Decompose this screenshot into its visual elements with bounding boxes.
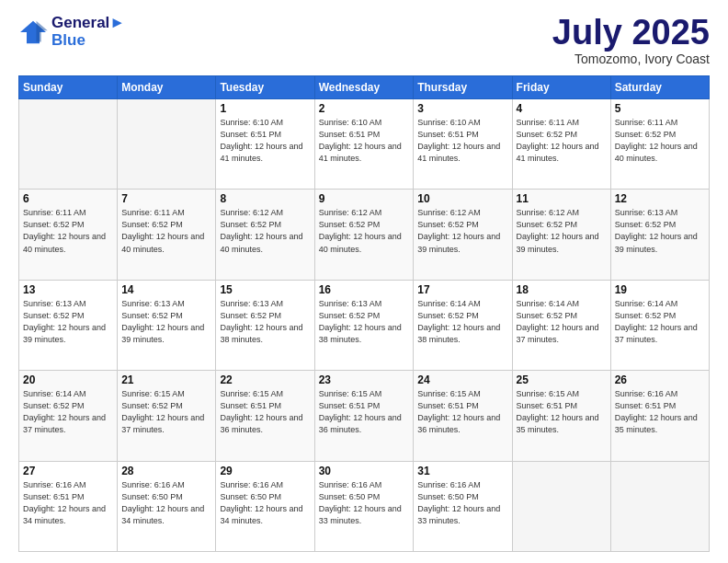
day-number: 2: [319, 102, 410, 115]
calendar-cell: 30Sunrise: 6:16 AM Sunset: 6:50 PM Dayli…: [314, 461, 414, 551]
day-number: 24: [417, 373, 507, 386]
day-number: 31: [417, 465, 507, 477]
day-number: 30: [319, 465, 410, 477]
day-info: Sunrise: 6:15 AM Sunset: 6:51 PM Dayligh…: [417, 388, 507, 436]
svg-marker-1: [20, 20, 46, 43]
calendar-cell: [19, 99, 118, 190]
calendar-cell: [512, 461, 610, 551]
day-number: 21: [121, 373, 211, 386]
calendar-cell: 16Sunrise: 6:13 AM Sunset: 6:52 PM Dayli…: [314, 280, 414, 370]
calendar-cell: 12Sunrise: 6:13 AM Sunset: 6:52 PM Dayli…: [610, 190, 709, 280]
calendar-cell: 15Sunrise: 6:13 AM Sunset: 6:52 PM Dayli…: [216, 280, 314, 370]
day-number: 28: [121, 465, 211, 477]
day-number: 17: [417, 283, 507, 296]
day-number: 7: [121, 192, 211, 205]
day-info: Sunrise: 6:12 AM Sunset: 6:52 PM Dayligh…: [220, 207, 310, 255]
month-title: July 2025: [552, 15, 710, 50]
calendar-cell: 24Sunrise: 6:15 AM Sunset: 6:51 PM Dayli…: [414, 371, 512, 461]
day-info: Sunrise: 6:13 AM Sunset: 6:52 PM Dayligh…: [319, 298, 410, 346]
day-number: 18: [517, 283, 607, 296]
calendar-cell: 11Sunrise: 6:12 AM Sunset: 6:52 PM Dayli…: [512, 190, 610, 280]
calendar-cell: 4Sunrise: 6:11 AM Sunset: 6:52 PM Daylig…: [512, 99, 610, 190]
calendar-cell: 31Sunrise: 6:16 AM Sunset: 6:50 PM Dayli…: [414, 461, 512, 551]
day-number: 11: [517, 192, 607, 205]
day-info: Sunrise: 6:15 AM Sunset: 6:51 PM Dayligh…: [517, 388, 607, 436]
calendar-cell: 3Sunrise: 6:10 AM Sunset: 6:51 PM Daylig…: [414, 99, 512, 190]
calendar-cell: 10Sunrise: 6:12 AM Sunset: 6:52 PM Dayli…: [414, 190, 512, 280]
day-number: 19: [615, 283, 705, 296]
calendar-cell: 17Sunrise: 6:14 AM Sunset: 6:52 PM Dayli…: [414, 280, 512, 370]
day-info: Sunrise: 6:15 AM Sunset: 6:52 PM Dayligh…: [121, 388, 211, 436]
day-number: 8: [220, 192, 310, 205]
calendar-cell: 5Sunrise: 6:11 AM Sunset: 6:52 PM Daylig…: [610, 99, 709, 190]
title-block: July 2025 Tomozomo, Ivory Coast: [552, 15, 710, 66]
calendar-cell: 6Sunrise: 6:11 AM Sunset: 6:52 PM Daylig…: [19, 190, 118, 280]
day-info: Sunrise: 6:14 AM Sunset: 6:52 PM Dayligh…: [23, 388, 113, 436]
day-number: 25: [517, 373, 607, 386]
calendar-cell: 18Sunrise: 6:14 AM Sunset: 6:52 PM Dayli…: [512, 280, 610, 370]
calendar-cell: 25Sunrise: 6:15 AM Sunset: 6:51 PM Dayli…: [512, 371, 610, 461]
calendar-cell: 19Sunrise: 6:14 AM Sunset: 6:52 PM Dayli…: [610, 280, 709, 370]
calendar-table: SundayMondayTuesdayWednesdayThursdayFrid…: [18, 75, 710, 552]
day-info: Sunrise: 6:14 AM Sunset: 6:52 PM Dayligh…: [417, 298, 507, 346]
day-info: Sunrise: 6:16 AM Sunset: 6:50 PM Dayligh…: [417, 479, 507, 527]
calendar-cell: [118, 99, 216, 190]
day-info: Sunrise: 6:16 AM Sunset: 6:51 PM Dayligh…: [23, 479, 113, 527]
calendar-cell: [610, 461, 709, 551]
col-header-friday: Friday: [512, 76, 610, 99]
day-number: 3: [417, 102, 507, 115]
day-number: 4: [517, 102, 607, 115]
calendar-cell: 29Sunrise: 6:16 AM Sunset: 6:50 PM Dayli…: [216, 461, 314, 551]
day-info: Sunrise: 6:12 AM Sunset: 6:52 PM Dayligh…: [417, 207, 507, 255]
day-number: 29: [220, 465, 310, 477]
calendar-cell: 21Sunrise: 6:15 AM Sunset: 6:52 PM Dayli…: [118, 371, 216, 461]
day-info: Sunrise: 6:14 AM Sunset: 6:52 PM Dayligh…: [615, 298, 705, 346]
logo-text: General► Blue: [51, 15, 125, 49]
calendar-cell: 13Sunrise: 6:13 AM Sunset: 6:52 PM Dayli…: [19, 280, 118, 370]
day-number: 15: [220, 283, 310, 296]
day-info: Sunrise: 6:16 AM Sunset: 6:51 PM Dayligh…: [615, 388, 705, 436]
day-number: 5: [615, 102, 705, 115]
calendar-cell: 9Sunrise: 6:12 AM Sunset: 6:52 PM Daylig…: [314, 190, 414, 280]
day-info: Sunrise: 6:12 AM Sunset: 6:52 PM Dayligh…: [517, 207, 607, 255]
calendar-cell: 27Sunrise: 6:16 AM Sunset: 6:51 PM Dayli…: [19, 461, 118, 551]
day-number: 20: [23, 373, 113, 386]
day-info: Sunrise: 6:12 AM Sunset: 6:52 PM Dayligh…: [319, 207, 410, 255]
day-info: Sunrise: 6:11 AM Sunset: 6:52 PM Dayligh…: [121, 207, 211, 255]
calendar-cell: 8Sunrise: 6:12 AM Sunset: 6:52 PM Daylig…: [216, 190, 314, 280]
day-info: Sunrise: 6:13 AM Sunset: 6:52 PM Dayligh…: [220, 298, 310, 346]
col-header-thursday: Thursday: [414, 76, 512, 99]
calendar-week-1: 1Sunrise: 6:10 AM Sunset: 6:51 PM Daylig…: [19, 99, 710, 190]
day-info: Sunrise: 6:11 AM Sunset: 6:52 PM Dayligh…: [517, 117, 607, 165]
day-info: Sunrise: 6:11 AM Sunset: 6:52 PM Dayligh…: [615, 117, 705, 165]
calendar-cell: 7Sunrise: 6:11 AM Sunset: 6:52 PM Daylig…: [118, 190, 216, 280]
calendar-week-5: 27Sunrise: 6:16 AM Sunset: 6:51 PM Dayli…: [19, 461, 710, 551]
col-header-saturday: Saturday: [610, 76, 709, 99]
day-info: Sunrise: 6:10 AM Sunset: 6:51 PM Dayligh…: [417, 117, 507, 165]
day-info: Sunrise: 6:15 AM Sunset: 6:51 PM Dayligh…: [319, 388, 410, 436]
day-number: 1: [220, 102, 310, 115]
calendar-cell: 26Sunrise: 6:16 AM Sunset: 6:51 PM Dayli…: [610, 371, 709, 461]
calendar-header-row: SundayMondayTuesdayWednesdayThursdayFrid…: [19, 76, 710, 99]
col-header-wednesday: Wednesday: [314, 76, 414, 99]
calendar-cell: 20Sunrise: 6:14 AM Sunset: 6:52 PM Dayli…: [19, 371, 118, 461]
page: General► Blue July 2025 Tomozomo, Ivory …: [0, 0, 728, 563]
calendar-cell: 2Sunrise: 6:10 AM Sunset: 6:51 PM Daylig…: [314, 99, 414, 190]
day-number: 10: [417, 192, 507, 205]
day-info: Sunrise: 6:15 AM Sunset: 6:51 PM Dayligh…: [220, 388, 310, 436]
calendar-week-3: 13Sunrise: 6:13 AM Sunset: 6:52 PM Dayli…: [19, 280, 710, 370]
day-info: Sunrise: 6:13 AM Sunset: 6:52 PM Dayligh…: [121, 298, 211, 346]
day-info: Sunrise: 6:14 AM Sunset: 6:52 PM Dayligh…: [517, 298, 607, 346]
day-number: 9: [319, 192, 410, 205]
calendar-cell: 1Sunrise: 6:10 AM Sunset: 6:51 PM Daylig…: [216, 99, 314, 190]
day-info: Sunrise: 6:11 AM Sunset: 6:52 PM Dayligh…: [23, 207, 113, 255]
day-number: 6: [23, 192, 113, 205]
day-number: 23: [319, 373, 410, 386]
day-info: Sunrise: 6:16 AM Sunset: 6:50 PM Dayligh…: [319, 479, 410, 527]
location-subtitle: Tomozomo, Ivory Coast: [552, 52, 710, 66]
col-header-monday: Monday: [118, 76, 216, 99]
calendar-cell: 22Sunrise: 6:15 AM Sunset: 6:51 PM Dayli…: [216, 371, 314, 461]
day-info: Sunrise: 6:16 AM Sunset: 6:50 PM Dayligh…: [121, 479, 211, 527]
day-info: Sunrise: 6:10 AM Sunset: 6:51 PM Dayligh…: [220, 117, 310, 165]
calendar-cell: 28Sunrise: 6:16 AM Sunset: 6:50 PM Dayli…: [118, 461, 216, 551]
